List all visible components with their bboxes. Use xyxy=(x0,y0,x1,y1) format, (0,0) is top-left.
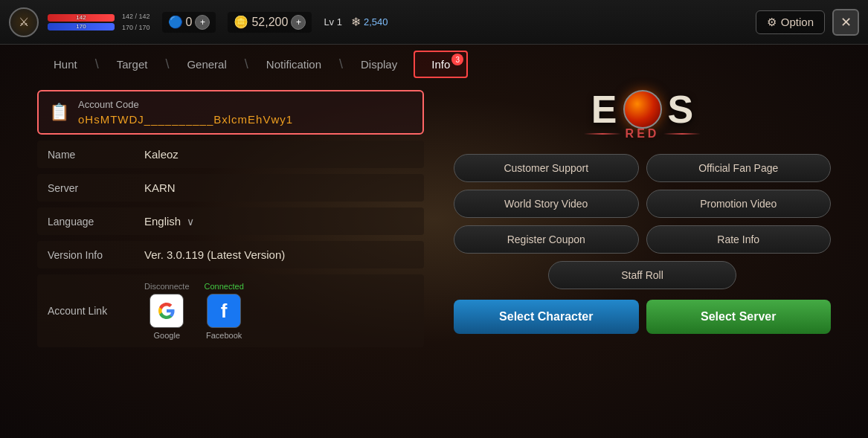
eos-e: E xyxy=(591,90,617,129)
chevron-down-icon: ∨ xyxy=(187,216,194,228)
mp-bar: 170 xyxy=(48,23,115,30)
facebook-provider: Connected f Facebook xyxy=(205,282,244,340)
bottom-btns: Select Character Select Server xyxy=(454,300,831,334)
eos-orb xyxy=(623,90,662,129)
server-row: Server KARN xyxy=(37,174,424,202)
server-val: KARN xyxy=(144,181,176,194)
facebook-status: Connected xyxy=(205,282,244,291)
account-code-label: Account Code xyxy=(78,99,293,110)
tab-divider: \ xyxy=(165,57,169,72)
version-row: Version Info Ver. 3.0.119 (Latest Versio… xyxy=(37,241,424,268)
google-logo[interactable] xyxy=(150,294,184,328)
google-status: Disconnecte xyxy=(144,282,190,291)
red-bar-row: RED xyxy=(584,127,701,141)
tab-general[interactable]: General xyxy=(170,52,242,77)
gold-plus[interactable]: + xyxy=(291,15,306,30)
world-story-video-button[interactable]: World Story Video xyxy=(454,190,639,218)
exp-val: 2,540 xyxy=(364,16,388,28)
tab-divider: \ xyxy=(95,57,99,72)
official-fan-page-button[interactable]: Official Fan Page xyxy=(646,154,832,182)
tab-hunt[interactable]: Hunt xyxy=(37,52,94,77)
google-icon xyxy=(158,302,176,320)
name-label: Name xyxy=(48,149,129,161)
account-code-box: 📋 Account Code oHsMTWDJ__________BxlcmEh… xyxy=(37,90,424,135)
eos-text-row: E S xyxy=(591,90,693,129)
tab-info[interactable]: Info 3 xyxy=(414,51,468,78)
copy-icon[interactable]: 📋 xyxy=(49,103,69,122)
account-link-row: Account Link Disconnecte Google xyxy=(37,274,424,347)
option-button[interactable]: ⚙ Option xyxy=(756,10,825,34)
name-row: Name Kaleoz xyxy=(37,141,424,168)
crystal-val: 0 xyxy=(186,16,193,29)
link-providers: Disconnecte Google Connected f xyxy=(144,282,244,340)
exp-icon: ❄ xyxy=(351,15,361,29)
main-content: 📋 Account Code oHsMTWDJ__________BxlcmEh… xyxy=(0,78,868,433)
top-bar: ⚔ 142 170 142 / 142 170 / 170 🔵 0 + 🪙 52… xyxy=(0,0,868,45)
language-label: Language xyxy=(48,216,129,228)
register-coupon-button[interactable]: Register Coupon xyxy=(454,225,639,254)
crystal-plus[interactable]: + xyxy=(195,15,210,30)
top-right-controls: ⚙ Option ✕ xyxy=(756,9,859,36)
gold-icon: 🪙 xyxy=(234,15,248,29)
language-dropdown[interactable]: English ∨ xyxy=(144,215,194,228)
gold-val: 52,200 xyxy=(251,16,288,29)
version-label: Version Info xyxy=(48,249,129,261)
close-icon: ✕ xyxy=(840,14,852,30)
level-badge: Lv 1 xyxy=(324,16,342,28)
account-code-val: oHsMTWDJ__________BxlcmEhVwy1 xyxy=(78,113,293,126)
gear-icon: ⚙ xyxy=(767,16,777,29)
eos-logo: E S RED xyxy=(584,90,701,141)
exp-row: ❄ 2,540 xyxy=(351,15,388,29)
select-character-button[interactable]: Select Character xyxy=(454,300,639,334)
left-panel: 📋 Account Code oHsMTWDJ__________BxlcmEh… xyxy=(37,90,424,421)
hp-label: 142 / 142 xyxy=(122,13,150,20)
hp-text: 142 xyxy=(48,14,115,22)
buttons-grid: Customer Support Official Fan Page World… xyxy=(454,154,831,289)
account-code-inner: Account Code oHsMTWDJ__________BxlcmEhVw… xyxy=(78,99,293,126)
close-button[interactable]: ✕ xyxy=(832,9,859,36)
promotion-video-button[interactable]: Promotion Video xyxy=(646,190,832,218)
rate-info-button[interactable]: Rate Info xyxy=(646,225,832,254)
crystal-currency: 🔵 0 + xyxy=(162,12,216,33)
tab-target[interactable]: Target xyxy=(100,52,164,77)
facebook-name: Facebook xyxy=(206,331,242,340)
version-val: Ver. 3.0.119 (Latest Version) xyxy=(144,248,285,261)
eos-red-text: RED xyxy=(626,127,660,141)
tab-display[interactable]: Display xyxy=(344,52,414,77)
tab-divider: \ xyxy=(245,57,248,72)
facebook-logo[interactable]: f xyxy=(207,294,241,328)
mp-text: 170 xyxy=(48,23,115,30)
tabs-row: Hunt \ Target \ General \ Notification \… xyxy=(0,45,868,78)
account-link-label: Account Link xyxy=(48,305,129,317)
option-label: Option xyxy=(781,16,814,28)
red-line-right xyxy=(663,133,701,135)
right-panel: E S RED Customer Support Official Fan Pa… xyxy=(454,90,831,421)
eos-s: S xyxy=(668,90,694,129)
google-provider: Disconnecte Google xyxy=(144,282,190,340)
red-line-left xyxy=(584,133,621,135)
hp-bar: 142 xyxy=(48,14,115,22)
language-val: English xyxy=(144,215,181,228)
name-val: Kaleoz xyxy=(144,148,179,161)
crystal-icon: 🔵 xyxy=(168,15,183,29)
server-label: Server xyxy=(48,182,129,194)
player-icon: ⚔ xyxy=(9,7,39,37)
language-row: Language English ∨ xyxy=(37,207,424,235)
info-badge: 3 xyxy=(451,54,463,65)
staff-roll-button[interactable]: Staff Roll xyxy=(548,261,737,289)
tab-notification[interactable]: Notification xyxy=(250,52,338,77)
google-name: Google xyxy=(154,331,180,340)
select-server-button[interactable]: Select Server xyxy=(646,300,832,334)
customer-support-button[interactable]: Customer Support xyxy=(454,154,639,182)
mp-label: 170 / 170 xyxy=(122,24,150,31)
tab-divider: \ xyxy=(339,57,343,72)
gold-currency: 🪙 52,200 + xyxy=(228,12,312,33)
